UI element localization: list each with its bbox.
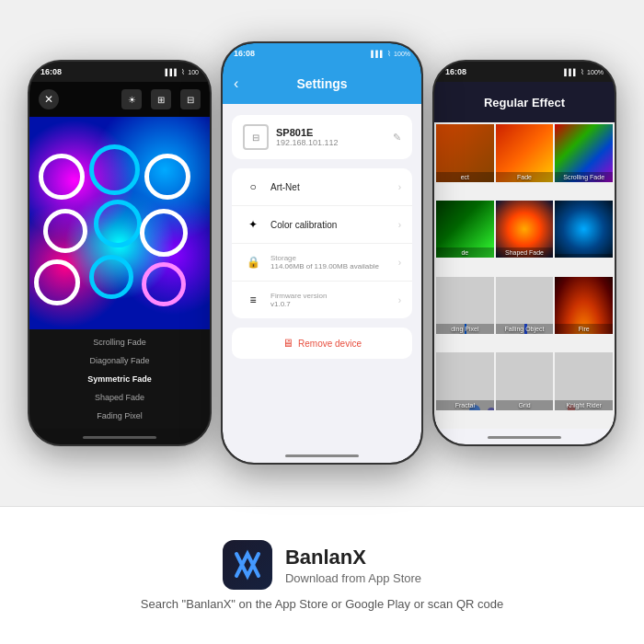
- effect-cell-fractal[interactable]: Fractal: [436, 352, 494, 410]
- device-name: SP801E: [276, 127, 339, 138]
- effect-label-fractal: Fractal: [436, 400, 494, 410]
- left-status-bar: 16:08 ▌▌▌ ⌇ 100: [29, 62, 210, 82]
- effect-label-falling-pixel: ding Pixel: [436, 324, 494, 334]
- effect-label-gradient: de: [436, 247, 494, 258]
- right-status-icons: ▌▌▌ ⌇ 100%: [564, 68, 604, 76]
- effects-list: Scrolling Fade Diagonally Fade Symmetric…: [29, 329, 210, 429]
- effect-thumb-empty: [555, 201, 613, 259]
- led-ring-5: [34, 259, 80, 305]
- effect-item-symmetric-fade[interactable]: Symmetric Fade: [29, 370, 210, 388]
- firmware-icon: ≡: [243, 290, 263, 310]
- firmware-chevron: ›: [398, 295, 401, 305]
- firmware-version: v1.0.7: [270, 300, 398, 308]
- storage-title: Storage: [270, 254, 398, 262]
- effect-cell-empty[interactable]: [555, 201, 613, 259]
- back-button[interactable]: ‹: [234, 75, 238, 92]
- phones-area: 16:08 ▌▌▌ ⌇ 100 ✕ ☀ ⊞ ⊟: [0, 0, 644, 506]
- effect-item-fading-pixel[interactable]: Fading Pixel: [29, 407, 210, 425]
- storage-icon: 🔒: [243, 252, 263, 272]
- effect-label-fire: Fire: [555, 324, 613, 334]
- effect-label-scrolling-fade: Scrolling Fade: [555, 172, 613, 182]
- device-ip: 192.168.101.112: [276, 138, 339, 147]
- app-name: BanlanX: [285, 546, 421, 569]
- close-button[interactable]: ✕: [39, 89, 59, 109]
- effect-item-scrolling-fade[interactable]: Scrolling Fade: [29, 333, 210, 351]
- effects-grid: ect Fade Scrolling Fade de: [434, 122, 615, 429]
- storage-row[interactable]: 🔒 Storage 114.06MB of 119.00MB available…: [232, 244, 412, 282]
- center-signal-icon: ▌▌▌: [371, 51, 385, 57]
- home-indicator-center: [285, 454, 359, 457]
- artnet-icon: ○: [243, 177, 263, 197]
- home-indicator-right: [488, 436, 561, 439]
- color-cal-chevron: ›: [398, 220, 401, 230]
- grid-icon-btn[interactable]: ⊞: [151, 89, 171, 109]
- right-signal-icon: ▌▌▌: [564, 69, 578, 75]
- center-wifi-icon: ⌇: [387, 50, 391, 58]
- effect-label-grid: Grid: [496, 400, 554, 410]
- artnet-row[interactable]: ○ Art-Net ›: [232, 168, 412, 206]
- effect-label-shaped-fade: Shaped Fade: [496, 247, 554, 258]
- phone-center: 16:08 ▌▌▌ ⌇ 100% ‹ Settings ⊟: [221, 41, 423, 465]
- effect-cell-de[interactable]: ect: [436, 124, 494, 182]
- effect-label-knight-rider: Knight Rider: [555, 400, 613, 410]
- artnet-title: Art-Net: [270, 182, 398, 192]
- effect-label-falling-object: Falling Object: [496, 324, 554, 334]
- led-ring-7: [144, 154, 190, 200]
- app-icon: [223, 540, 272, 590]
- settings-header: ‹ Settings: [223, 63, 421, 104]
- remove-device-button[interactable]: 🖥 Remove device: [232, 328, 412, 359]
- layout-icon-btn[interactable]: ⊟: [180, 89, 201, 109]
- color-cal-row[interactable]: ✦ Color calibration ›: [232, 206, 412, 244]
- artnet-chevron: ›: [398, 182, 401, 192]
- effect-cell-knight-rider[interactable]: Knight Rider: [555, 352, 613, 410]
- effect-cell-scrolling-fade[interactable]: Scrolling Fade: [555, 124, 613, 182]
- right-status-bar: 16:08 ▌▌▌ ⌇ 100%: [434, 62, 615, 82]
- effect-label-empty: [555, 254, 613, 258]
- bottom-bar: BanlanX Download from App Store Search "…: [0, 506, 644, 644]
- effect-cell-gradient[interactable]: de: [436, 201, 494, 259]
- device-icon: ⊟: [243, 124, 269, 150]
- left-toolbar: ✕ ☀ ⊞ ⊟: [29, 82, 210, 117]
- artnet-content: Art-Net: [270, 182, 398, 192]
- effect-cell-shaped-fade[interactable]: Shaped Fade: [496, 201, 554, 259]
- storage-chevron: ›: [398, 258, 401, 268]
- signal-icon: ▌▌▌: [165, 69, 178, 75]
- led-ring-2: [89, 144, 140, 195]
- settings-title: Settings: [296, 76, 347, 91]
- effect-cell-fade[interactable]: Fade: [496, 124, 554, 182]
- device-card[interactable]: ⊟ SP801E 192.168.101.112 ✎: [232, 115, 412, 159]
- effect-cell-grid[interactable]: Grid: [496, 352, 554, 410]
- edit-icon[interactable]: ✎: [393, 132, 401, 144]
- app-row: BanlanX Download from App Store: [223, 540, 421, 590]
- effect-item-shaped-fade[interactable]: Shaped Fade: [29, 388, 210, 407]
- storage-content: Storage 114.06MB of 119.00MB available: [270, 254, 398, 270]
- firmware-content: Firmware version v1.0.7: [270, 292, 398, 308]
- center-status-bar: 16:08 ▌▌▌ ⌇ 100%: [223, 43, 421, 63]
- left-status-icons: ▌▌▌ ⌇ 100: [165, 68, 199, 76]
- battery-icon: 100: [188, 69, 199, 75]
- sun-icon-btn[interactable]: ☀: [121, 89, 142, 109]
- right-wifi-icon: ⌇: [581, 68, 584, 76]
- remove-icon: 🖥: [282, 337, 293, 350]
- center-status-icons: ▌▌▌ ⌇ 100%: [371, 50, 410, 58]
- right-battery-icon: 100%: [587, 69, 604, 75]
- led-display: [29, 117, 210, 329]
- effect-item-diagonally-fade[interactable]: Diagonally Fade: [29, 351, 210, 370]
- color-cal-title: Color calibration: [270, 220, 398, 230]
- effect-cell-falling-object[interactable]: Falling Object: [496, 277, 554, 335]
- effects-screen: ect Fade Scrolling Fade de: [434, 122, 615, 429]
- led-ring-6: [89, 255, 133, 299]
- settings-sections: ⊟ SP801E 192.168.101.112 ✎ ○: [223, 104, 421, 447]
- device-details: SP801E 192.168.101.112: [276, 127, 339, 147]
- app-text-block: BanlanX Download from App Store: [285, 546, 421, 585]
- effect-cell-fire[interactable]: Fire: [555, 277, 613, 335]
- right-time: 16:08: [445, 67, 466, 76]
- home-indicator-left: [83, 436, 156, 439]
- effect-cell-falling-pixel[interactable]: ding Pixel: [436, 277, 494, 335]
- center-time: 16:08: [234, 49, 255, 58]
- effects-header-title: Regular Effect: [484, 96, 565, 109]
- left-time: 16:08: [40, 67, 62, 76]
- firmware-row[interactable]: ≡ Firmware version v1.0.7 ›: [232, 282, 412, 318]
- settings-section-main: ○ Art-Net › ✦ Color calibration ›: [232, 168, 412, 318]
- search-text: Search "BanlanX" on the App Store or Goo…: [141, 597, 503, 611]
